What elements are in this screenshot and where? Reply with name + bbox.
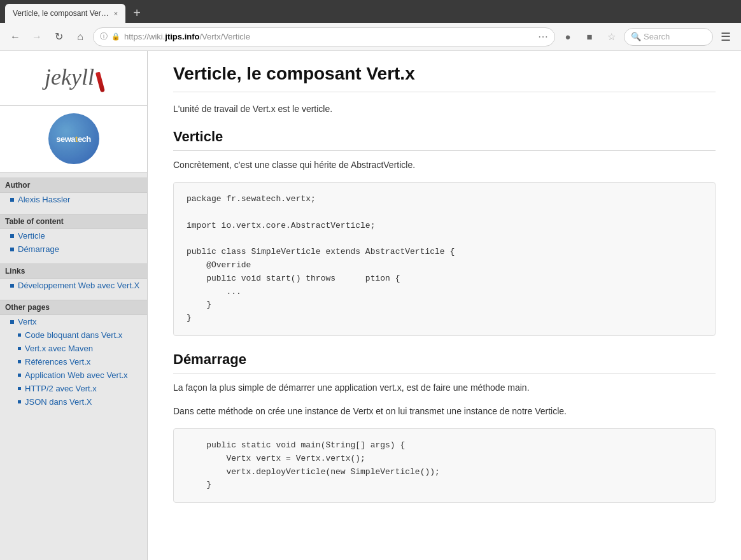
toc-label-verticle: Verticle <box>18 231 45 241</box>
page-link-webapp[interactable]: Application Web avec Vert.x <box>0 368 147 382</box>
page-webapp-label: Application Web avec Vert.x <box>25 370 128 380</box>
section2-title: Démarrage <box>173 351 716 374</box>
author-section-title: Author <box>0 178 147 193</box>
page-link-vertx[interactable]: Vertx <box>0 315 147 328</box>
code-block-2: public static void main(String[] args) {… <box>173 428 716 503</box>
author-name: Alexis Hassler <box>18 195 70 204</box>
page-vertx-bullet-icon <box>10 320 14 324</box>
page-link-http2[interactable]: HTTP/2 avec Vert.x <box>0 382 147 395</box>
author-bullet-icon <box>10 198 14 202</box>
other-pages-section-title: Other pages <box>0 300 147 315</box>
search-box[interactable]: 🔍 Search <box>624 28 713 46</box>
page-maven-label: Vert.x avec Maven <box>25 344 93 353</box>
links-section: Links Développement Web avec Vert.X <box>0 258 147 295</box>
section2-text2: Dans cette méthode on crée une instance … <box>173 405 716 418</box>
page-link-maven[interactable]: Vert.x avec Maven <box>0 342 147 355</box>
bookmark-button[interactable]: ☆ <box>602 28 620 46</box>
sewatech-circle-logo: sewatech <box>48 113 99 164</box>
page-vertx-label: Vertx <box>18 317 37 326</box>
toc-link-demarrage[interactable]: Démarrage <box>0 242 147 256</box>
back-button[interactable]: ← <box>6 28 24 46</box>
toc-section: Table of content Verticle Démarrage <box>0 209 147 258</box>
page-link-code-bloquant[interactable]: Code bloquant dans Vert.x <box>0 328 147 342</box>
logo-pen-icon <box>95 72 105 93</box>
logo-container: jekyll <box>45 64 102 92</box>
link-devweb-label: Développement Web avec Vert.X <box>18 281 139 290</box>
url-more-button[interactable]: ⋯ <box>538 31 548 43</box>
section1-title: Verticle <box>173 129 716 151</box>
link-devweb-bullet-icon <box>10 284 14 288</box>
bookmark-pocket-button[interactable]: ■ <box>581 28 598 46</box>
section2-text1: La façon la plus simple de démarrer une … <box>173 381 716 395</box>
menu-button[interactable]: ☰ <box>717 28 735 46</box>
search-icon: 🔍 <box>631 32 641 41</box>
address-bar[interactable]: ⓘ 🔒 https://wiki.jtips.info/Vertx/Vertic… <box>93 27 555 46</box>
tab-title: Verticle, le composant Ver… <box>13 9 109 18</box>
page-link-json[interactable]: JSON dans Vert.X <box>0 395 147 409</box>
sewatech-logo-text: sewatech <box>56 134 91 144</box>
url-path: /Vertx/Verticle <box>199 32 250 41</box>
toc-bullet-verticle-icon <box>10 234 14 238</box>
toc-section-title: Table of content <box>0 214 147 229</box>
sewatech-logo-container: sewatech <box>0 106 147 172</box>
forward-button[interactable]: → <box>28 28 46 46</box>
page-wrapper: jekyll sewatech Author Alexis Hassler Ta… <box>0 51 741 560</box>
main-content: Verticle, le composant Vert.x L'unité de… <box>148 51 741 560</box>
sidebar: jekyll sewatech Author Alexis Hassler Ta… <box>0 51 148 560</box>
page-title: Verticle, le composant Vert.x <box>173 64 716 92</box>
search-placeholder: Search <box>644 32 670 41</box>
section1-text: Concrètement, c'est une classe qui hérit… <box>173 158 716 172</box>
tab-close-button[interactable]: × <box>114 10 118 17</box>
page-code-bloquant-bullet-icon <box>18 333 21 337</box>
page-refs-label: Références Vert.x <box>25 357 90 367</box>
sidebar-logo: jekyll <box>0 51 147 106</box>
reload-button[interactable]: ↻ <box>50 28 67 46</box>
toc-bullet-demarrage-icon <box>10 248 14 251</box>
links-section-title: Links <box>0 263 147 279</box>
lock-icon: 🔒 <box>111 32 120 41</box>
page-maven-bullet-icon <box>18 347 21 350</box>
toolbar-icons: ● ■ ☆ <box>559 28 620 46</box>
browser-toolbar: ← → ↻ ⌂ ⓘ 🔒 https://wiki.jtips.info/Vert… <box>0 23 741 51</box>
toc-link-verticle[interactable]: Verticle <box>0 229 147 242</box>
url-display: https://wiki.jtips.info/Vertx/Verticle <box>124 32 534 41</box>
page-code-bloquant-label: Code bloquant dans Vert.x <box>25 330 122 340</box>
page-http2-bullet-icon <box>18 387 21 390</box>
new-tab-button[interactable]: + <box>128 3 146 23</box>
link-devweb[interactable]: Développement Web avec Vert.X <box>0 279 147 292</box>
info-icon: ⓘ <box>100 31 108 42</box>
page-webapp-bullet-icon <box>18 374 21 377</box>
page-http2-label: HTTP/2 avec Vert.x <box>25 384 97 393</box>
active-tab[interactable]: Verticle, le composant Ver… × <box>5 4 125 23</box>
intro-text: L'unité de travail de Vert.x est le vert… <box>173 102 716 116</box>
page-json-label: JSON dans Vert.X <box>25 397 92 407</box>
tab-bar: Verticle, le composant Ver… × + <box>5 0 146 23</box>
browser-titlebar: Verticle, le composant Ver… × + <box>0 0 741 23</box>
author-link[interactable]: Alexis Hassler <box>0 193 147 206</box>
page-refs-bullet-icon <box>18 360 21 363</box>
home-button[interactable]: ⌂ <box>71 28 89 46</box>
code-block-1: package fr.sewatech.vertx; import io.ver… <box>173 182 716 336</box>
url-domain: jtips.info <box>165 32 199 41</box>
page-json-bullet-icon <box>18 400 21 403</box>
url-prefix: https://wiki. <box>124 32 165 41</box>
toc-label-demarrage: Démarrage <box>18 244 59 254</box>
page-link-refs[interactable]: Références Vert.x <box>0 355 147 368</box>
other-pages-section: Other pages Vertx Code bloquant dans Ver… <box>0 295 147 411</box>
logo-text: jekyll <box>45 64 94 90</box>
author-section: Author Alexis Hassler <box>0 172 147 209</box>
pocket-button[interactable]: ● <box>559 28 577 46</box>
